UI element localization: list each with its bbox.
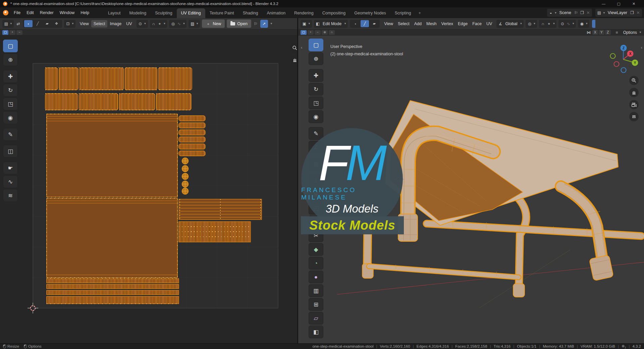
new-view-layer-icon[interactable]: ❐ xyxy=(630,11,635,15)
vp-tool-poly-build[interactable]: ◆ xyxy=(309,243,323,256)
uv-tool-2d-cursor[interactable]: ⊕ xyxy=(3,53,18,66)
vp-menu-select[interactable]: Select xyxy=(395,20,412,27)
vp-tool-rotate[interactable]: ↻ xyxy=(309,83,323,96)
tab-modeling[interactable]: Modeling xyxy=(125,8,151,18)
viewport-canvas[interactable]: User Perspective (2) one-step-medical-ex… xyxy=(298,36,644,343)
uv-island-band-a[interactable] xyxy=(179,199,262,220)
uv-island-caps[interactable] xyxy=(182,158,189,194)
vp-menu-face[interactable]: Face xyxy=(470,20,484,27)
tab-uv-editing[interactable]: UV Editing xyxy=(177,8,205,18)
vp-tool-spin[interactable]: ◔ xyxy=(309,257,323,270)
chevron-down-icon[interactable]: ▼ xyxy=(270,22,273,25)
tab-sculpting[interactable]: Sculpting xyxy=(151,8,176,18)
uv-tool-mode-subtract[interactable]: − xyxy=(16,30,22,35)
navigation-gizmo[interactable]: Z X Y xyxy=(608,44,639,75)
uv-island-band-b[interactable] xyxy=(179,222,251,242)
network-icon[interactable]: ⊕2 xyxy=(622,344,626,349)
view-layer-name[interactable]: ViewLayer xyxy=(606,10,629,15)
open-image-button[interactable]: Open xyxy=(227,19,251,28)
vp-tool-shear[interactable]: ▱ xyxy=(309,312,323,325)
proportional-editing-group[interactable]: ⊙ ∿ ▼ xyxy=(558,20,576,28)
uv-island-band1[interactable] xyxy=(45,68,192,90)
vp-tool-scale[interactable]: ◳ xyxy=(309,97,323,109)
uv-select-mode-face[interactable]: ▰ xyxy=(43,20,51,27)
transform-orientation-dropdown[interactable]: ∡ Global ▼ xyxy=(496,20,524,28)
vp-tool-select-box[interactable]: ▢ xyxy=(309,39,323,51)
uv-tool-relax[interactable]: ∿ xyxy=(3,175,18,188)
uv-tool-scale[interactable]: ◳ xyxy=(3,98,18,110)
gizmo-minus-z-ball[interactable] xyxy=(621,68,626,73)
vp-menu-edge[interactable]: Edge xyxy=(455,20,470,27)
uv-menu-uv[interactable]: UV xyxy=(124,20,134,27)
uv-tool-rip-region[interactable]: ◫ xyxy=(3,145,18,158)
uv-canvas[interactable]: ▢⊕✚↻◳◉✎◫☛∿≋ xyxy=(0,36,297,343)
viewport-grid-button[interactable] xyxy=(629,112,639,121)
gizmo-minus-y-ball[interactable] xyxy=(610,54,615,59)
uv-tool-grab[interactable]: ☛ xyxy=(3,162,18,174)
new-image-button[interactable]: ＋ New xyxy=(202,19,225,28)
vp-tool-move[interactable]: ✚ xyxy=(309,69,323,82)
uv-select-mode-island[interactable]: ❖ xyxy=(52,20,61,27)
tab-texture-paint[interactable]: Texture Paint xyxy=(205,8,238,18)
image-browse-dropdown[interactable]: ▨ ▼ xyxy=(189,20,200,28)
tab-scripting[interactable]: Scripting xyxy=(390,8,416,18)
viewport-pan-button[interactable] xyxy=(629,88,639,97)
uv-menu-view[interactable]: View xyxy=(77,20,91,27)
vp-tool-rip-region[interactable]: ◧ xyxy=(309,326,323,338)
collapse-arrow-left[interactable]: ‹ xyxy=(301,45,302,50)
viewport-editor-type-dropdown[interactable]: ▣ ▼ xyxy=(301,20,312,28)
uv-sticky-selection-dropdown[interactable]: ⊡ ▼ xyxy=(64,20,75,28)
scene-name[interactable]: Scene xyxy=(558,10,572,15)
vp-tool-shrink-fatten[interactable]: ⊞ xyxy=(309,298,323,311)
vp-tool-mode-subtract[interactable]: − xyxy=(315,30,321,35)
vp-menu-uv[interactable]: UV xyxy=(484,20,494,27)
vp-tool-mode-extend[interactable]: + xyxy=(308,30,314,35)
viewport-zoom-button[interactable] xyxy=(629,76,639,85)
tab-geometry-nodes[interactable]: Geometry Nodes xyxy=(350,8,390,18)
vp-tool-smooth[interactable]: ● xyxy=(309,271,323,283)
uv-tool-mode-set[interactable]: ▢ xyxy=(2,30,8,35)
uv-tool-annotate[interactable]: ✎ xyxy=(3,128,18,141)
vp-tool-transform[interactable]: ◉ xyxy=(309,110,323,123)
maximize-button[interactable]: ▢ xyxy=(611,0,626,7)
vp-select-mode-vertex[interactable]: • xyxy=(351,20,360,27)
vp-menu-view[interactable]: View xyxy=(382,20,395,27)
options-dropdown[interactable]: Options xyxy=(623,30,637,35)
uv-select-mode-edge[interactable]: ╱ xyxy=(34,20,42,27)
uv-island-seat-top[interactable] xyxy=(47,114,177,197)
vp-tool-edge-slide[interactable]: ▥ xyxy=(309,284,323,297)
vp-tool-mode-invert[interactable]: ⊗ xyxy=(322,30,328,35)
mirror-x-toggle[interactable]: X xyxy=(592,30,598,35)
mode-dropdown[interactable]: ◧ Edit Mode ▼ xyxy=(314,20,348,28)
tab-animation[interactable]: Animation xyxy=(263,8,290,18)
uv-zoom-button[interactable] xyxy=(290,43,297,53)
viewport-camera-button[interactable] xyxy=(629,100,639,109)
menu-render[interactable]: Render xyxy=(37,9,57,17)
pin-icon[interactable]: ⚐ xyxy=(574,11,579,15)
tab-shading[interactable]: Shading xyxy=(238,8,263,18)
uv-island-bottom-bars[interactable] xyxy=(47,279,179,304)
blender-menu-icon[interactable] xyxy=(3,10,9,16)
menu-window[interactable]: Window xyxy=(57,9,77,17)
mirror-y-toggle[interactable]: Y xyxy=(599,30,604,35)
vp-menu-mesh[interactable]: Mesh xyxy=(424,20,439,27)
snap-base-icon[interactable]: ⌗ xyxy=(614,31,620,35)
mirror-z-toggle[interactable]: Z xyxy=(605,30,611,35)
new-scene-icon[interactable]: ❐ xyxy=(580,11,585,15)
close-button[interactable]: ✕ xyxy=(626,0,641,7)
uv-menu-select[interactable]: Select xyxy=(91,20,108,27)
overlays-toggle[interactable] xyxy=(592,20,595,28)
uv-editor-type-dropdown[interactable]: ▤ ▼ xyxy=(2,20,14,28)
tab-compositing[interactable]: Compositing xyxy=(318,8,350,18)
uv-pan-button[interactable] xyxy=(290,55,297,65)
uv-island-band2[interactable] xyxy=(45,94,191,110)
menu-edit[interactable]: Edit xyxy=(23,9,37,17)
tab-add-workspace[interactable]: + xyxy=(415,8,424,18)
uv-menu-image[interactable]: Image xyxy=(107,20,124,27)
uv-snapping-group[interactable]: ∩ ⌖ ▼ xyxy=(150,20,167,28)
minimize-button[interactable]: — xyxy=(596,0,611,7)
uv-gizmos-toggle[interactable]: ↗ xyxy=(260,20,268,28)
show-gizmo-dropdown[interactable]: ◉ ▼ xyxy=(578,20,589,28)
uv-tool-mode-extend[interactable]: + xyxy=(9,30,15,35)
vp-select-mode-edge[interactable]: ╱ xyxy=(361,20,369,27)
